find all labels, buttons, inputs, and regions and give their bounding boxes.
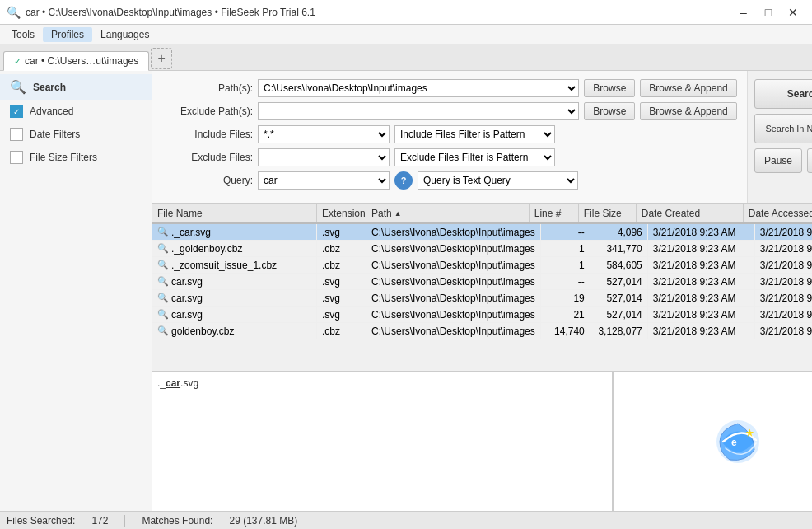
sidebar-item-advanced[interactable]: ✓ Advanced: [0, 100, 152, 123]
search-in-new-tab-button[interactable]: Search In New Tab: [754, 114, 812, 143]
sidebar-label-search: Search: [33, 82, 66, 93]
cell-size: 584,605: [590, 257, 648, 273]
exclude-filter-select[interactable]: Exclude Files Filter is Pattern: [394, 148, 555, 166]
file-icon: 🔍: [157, 309, 169, 320]
col-header-line[interactable]: Line #: [530, 204, 579, 222]
cell-created: 3/21/2018 9:23 AM: [648, 241, 755, 256]
cell-accessed: 3/21/2018 9:23 AM: [755, 290, 812, 306]
include-files-row: Include Files: *.* Include Files Filter …: [162, 125, 737, 143]
cell-filename: 🔍 car.svg: [152, 307, 317, 322]
matches-found-value: 29 (137.81 MB): [229, 515, 297, 527]
cell-accessed: 3/21/2018 9:23 AM: [755, 241, 812, 256]
cell-line: 21: [541, 307, 590, 322]
title-bar: 🔍 car • C:\Users\Ivona\Desktop\Input\ima…: [0, 0, 812, 25]
col-header-filename[interactable]: File Name: [152, 204, 317, 222]
table-row[interactable]: 🔍 ._goldenboy.cbz .cbz C:\Users\Ivona\De…: [152, 241, 812, 257]
query-label: Query:: [162, 175, 253, 186]
minimize-button[interactable]: –: [731, 4, 756, 21]
date-filters-checkbox[interactable]: [10, 128, 23, 141]
cell-filename: 🔍 ._zoomsuit_issue_1.cbz: [152, 257, 317, 273]
search-icon: 🔍: [10, 79, 26, 95]
cell-path: C:\Users\Ivona\Desktop\Input\images: [366, 257, 541, 273]
cell-created: 3/21/2018 9:23 AM: [648, 290, 755, 306]
cell-filename: 🔍 ._car.svg: [152, 224, 317, 240]
table-row[interactable]: 🔍 ._car.svg .svg C:\Users\Ivona\Desktop\…: [152, 224, 812, 241]
exclude-browse-append-button[interactable]: Browse & Append: [640, 102, 736, 120]
table-row[interactable]: 🔍 car.svg .svg C:\Users\Ivona\Desktop\In…: [152, 274, 812, 290]
cell-size: 527,014: [590, 307, 648, 322]
browse-append-button[interactable]: Browse & Append: [640, 79, 736, 97]
cell-filename: 🔍 car.svg: [152, 274, 317, 289]
sort-arrow-path: ▲: [394, 209, 402, 218]
cell-accessed: 3/21/2018 9:23 AM: [755, 307, 812, 322]
cell-accessed: 3/21/2018 9:23 AM: [755, 224, 812, 240]
cell-ext: .svg: [317, 290, 366, 306]
paths-row: Path(s): C:\Users\Ivona\Desktop\Input\im…: [162, 79, 737, 97]
add-tab-button[interactable]: +: [151, 48, 172, 69]
cell-created: 3/21/2018 9:23 AM: [648, 274, 755, 289]
include-files-label: Include Files:: [162, 129, 253, 140]
cell-path: C:\Users\Ivona\Desktop\Input\images: [366, 323, 541, 339]
close-button[interactable]: ✕: [781, 4, 805, 21]
tab-car[interactable]: ✓ car • C:\Users…ut\images: [3, 51, 149, 71]
cell-line: 19: [541, 290, 590, 306]
table-row[interactable]: 🔍 ._zoomsuit_issue_1.cbz .cbz C:\Users\I…: [152, 257, 812, 274]
cell-size: 341,770: [590, 241, 648, 256]
cell-created: 3/21/2018 9:23 AM: [648, 257, 755, 273]
app-icon: 🔍: [7, 6, 21, 19]
menu-tools[interactable]: Tools: [3, 27, 43, 42]
form-fields: Path(s): C:\Users\Ivona\Desktop\Input\im…: [152, 71, 747, 203]
status-bar: Files Searched: 172 Matches Found: 29 (1…: [0, 511, 812, 529]
stop-button[interactable]: Stop: [807, 148, 812, 173]
maximize-button[interactable]: □: [756, 4, 781, 21]
sidebar-label-date-filters: Date Filters: [30, 129, 80, 140]
search-button[interactable]: Search: [754, 79, 812, 109]
exclude-files-input[interactable]: [258, 148, 390, 166]
cell-created: 3/21/2018 9:23 AM: [648, 307, 755, 322]
sidebar-label-file-size-filters: File Size Filters: [30, 152, 97, 163]
cell-line: 1: [541, 241, 590, 256]
sidebar-item-date-filters[interactable]: Date Filters: [0, 123, 152, 146]
col-header-size[interactable]: File Size: [579, 204, 637, 222]
exclude-paths-row: Exclude Path(s): Browse Browse & Append: [162, 102, 737, 120]
query-input[interactable]: car: [258, 171, 390, 190]
query-type-select[interactable]: Query is Text Query: [418, 171, 578, 190]
content-area: Path(s): C:\Users\Ivona\Desktop\Input\im…: [152, 71, 812, 511]
cell-path: C:\Users\Ivona\Desktop\Input\images: [366, 290, 541, 306]
table-row[interactable]: 🔍 car.svg .svg C:\Users\Ivona\Desktop\In…: [152, 290, 812, 307]
preview-area: ._car.svg e: [152, 371, 812, 511]
table-row[interactable]: 🔍 car.svg .svg C:\Users\Ivona\Desktop\In…: [152, 307, 812, 323]
cell-ext: .svg: [317, 274, 366, 289]
tab-bar: ✓ car • C:\Users…ut\images +: [0, 44, 812, 71]
browse-button[interactable]: Browse: [584, 79, 635, 97]
col-header-accessed[interactable]: Date Accessed: [744, 204, 812, 222]
col-header-path[interactable]: Path ▲: [366, 204, 530, 222]
sidebar-item-file-size-filters[interactable]: File Size Filters: [0, 146, 152, 169]
file-icon: 🔍: [157, 293, 169, 303]
col-header-created[interactable]: Date Created: [637, 204, 744, 222]
file-icon: 🔍: [157, 276, 169, 287]
cell-line: --: [541, 224, 590, 240]
exclude-files-label: Exclude Files:: [162, 152, 253, 163]
col-header-ext[interactable]: Extension: [317, 204, 366, 222]
paths-input[interactable]: C:\Users\Ivona\Desktop\Input\images: [258, 79, 579, 97]
file-size-filters-checkbox[interactable]: [10, 151, 23, 164]
table-row[interactable]: 🔍 goldenboy.cbz .cbz C:\Users\Ivona\Desk…: [152, 323, 812, 339]
menu-languages[interactable]: Languages: [92, 27, 157, 42]
help-button[interactable]: ?: [394, 171, 413, 190]
form-section: Path(s): C:\Users\Ivona\Desktop\Input\im…: [152, 71, 812, 204]
preview-filename: ._car.svg: [156, 376, 609, 391]
include-files-input[interactable]: *.*: [258, 125, 390, 143]
paths-label: Path(s):: [162, 82, 253, 94]
menu-profiles[interactable]: Profiles: [43, 27, 92, 42]
pause-button[interactable]: Pause: [754, 148, 803, 173]
cell-size: 4,096: [590, 224, 648, 240]
exclude-paths-input[interactable]: [258, 102, 579, 120]
sidebar-item-search[interactable]: 🔍 Search: [0, 74, 152, 100]
action-buttons-panel: Search Search In New Tab Pause Stop: [747, 71, 812, 203]
cell-filename: 🔍 ._goldenboy.cbz: [152, 241, 317, 256]
include-filter-select[interactable]: Include Files Filter is Pattern: [394, 125, 555, 143]
exclude-browse-button[interactable]: Browse: [584, 102, 635, 120]
pause-stop-row: Pause Stop: [754, 148, 812, 173]
advanced-checkbox[interactable]: ✓: [10, 105, 23, 118]
